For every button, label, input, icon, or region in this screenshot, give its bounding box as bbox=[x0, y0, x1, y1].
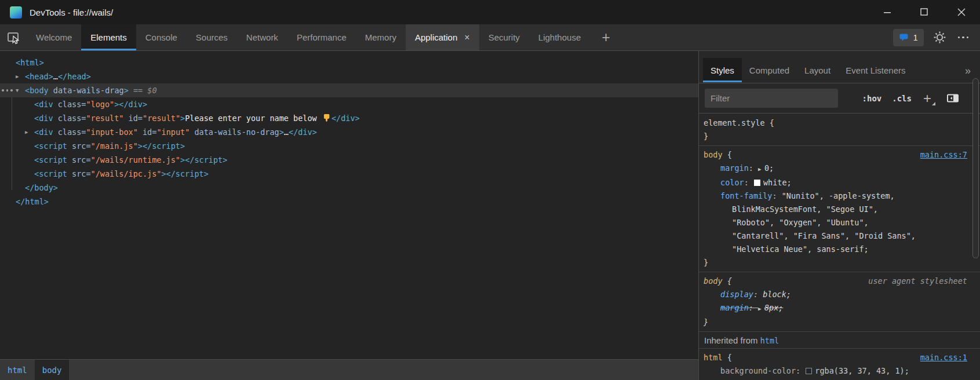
sidebar-tab-layout[interactable]: Layout bbox=[797, 58, 838, 82]
customize-devtools-button[interactable] bbox=[956, 34, 971, 41]
css-property-value[interactable]: "Nunito", -apple-system, bbox=[782, 191, 895, 200]
breadcrumb-item-html[interactable]: html bbox=[0, 360, 35, 380]
minimize-button[interactable] bbox=[869, 0, 906, 24]
css-property-name[interactable]: font-family bbox=[720, 191, 772, 200]
rule-selector-row: body {user agent stylesheet bbox=[699, 275, 980, 288]
tab-security[interactable]: Security bbox=[479, 24, 529, 50]
code-token: class bbox=[53, 114, 82, 123]
tab-elements[interactable]: Elements bbox=[81, 24, 136, 50]
code-token: ></script> bbox=[138, 141, 185, 151]
css-property-value[interactable]: BlinkMacSystemFont, "Segoe UI", bbox=[732, 204, 878, 214]
tab-lighthouse[interactable]: Lighthouse bbox=[529, 24, 590, 50]
css-property-name[interactable]: display bbox=[720, 290, 753, 299]
code-token: ></script> bbox=[161, 169, 208, 178]
dom-tree-row[interactable]: <script src="/main.js"></script> bbox=[0, 139, 698, 153]
css-property-name[interactable]: margin bbox=[720, 303, 749, 312]
close-icon bbox=[957, 8, 966, 16]
css-property-row: display: block; bbox=[699, 288, 980, 301]
code-token: data-wails-no-drag bbox=[190, 127, 279, 137]
sidebar-tab-computed[interactable]: Computed bbox=[742, 58, 797, 82]
maximize-button[interactable] bbox=[906, 0, 943, 24]
rule-selector[interactable]: body bbox=[704, 150, 723, 159]
element-classes-button[interactable]: .cls bbox=[892, 94, 912, 103]
css-property-name[interactable]: color bbox=[720, 178, 744, 187]
code-token: > bbox=[279, 127, 284, 137]
rule-selector[interactable]: body bbox=[704, 276, 723, 286]
code-token: data-wails-drag bbox=[49, 86, 124, 95]
dom-rows: <html>▶<head>…</head>▼<body data-wails-d… bbox=[0, 56, 698, 209]
tab-sources[interactable]: Sources bbox=[187, 24, 237, 50]
dom-tree-row[interactable]: <script src="/wails/runtime.js"></script… bbox=[0, 153, 698, 167]
rule-selector[interactable]: element.style bbox=[704, 118, 765, 127]
inspect-element-button[interactable] bbox=[0, 24, 27, 50]
new-style-rule-button[interactable]: + bbox=[923, 92, 931, 105]
dom-tree-row[interactable]: <div class="logo"></div> bbox=[0, 97, 698, 111]
dom-tree-row[interactable]: </body> bbox=[0, 181, 698, 195]
code-token: Please enter your name below bbox=[185, 114, 322, 123]
toggle-element-state-button[interactable]: :hov bbox=[862, 94, 882, 103]
dots-icon bbox=[958, 36, 960, 39]
rule-selector[interactable]: html bbox=[704, 353, 723, 362]
expand-arrow-icon[interactable]: ▶ bbox=[25, 125, 28, 139]
code-token: ></script> bbox=[180, 155, 227, 165]
css-property-value[interactable]: "Helvetica Neue", sans-serif; bbox=[732, 244, 869, 254]
expand-shorthand-icon[interactable]: ▶ bbox=[758, 306, 764, 312]
row-menu-dots-icon[interactable] bbox=[2, 83, 13, 97]
more-tabs-button[interactable]: + bbox=[590, 24, 622, 50]
open-brace: { bbox=[723, 150, 732, 159]
expand-shorthand-icon[interactable]: ▶ bbox=[758, 166, 764, 172]
css-property-name[interactable]: background-color bbox=[720, 366, 796, 375]
css-property-value[interactable]: white; bbox=[763, 178, 792, 187]
styles-filter-input[interactable] bbox=[705, 89, 838, 108]
dom-tree-row[interactable]: ▼<body data-wails-drag> == $0 bbox=[0, 83, 698, 97]
breadcrumb-item-body[interactable]: body bbox=[35, 360, 70, 380]
css-property-value[interactable]: 8px; bbox=[764, 303, 784, 312]
css-property-value[interactable]: block; bbox=[763, 290, 791, 299]
css-rule-section: body {main.css:7margin: ▶ 0;color: white… bbox=[699, 146, 980, 272]
code-token: id bbox=[138, 127, 152, 137]
tab-performance[interactable]: Performance bbox=[287, 24, 356, 50]
color-swatch[interactable] bbox=[806, 368, 812, 374]
dom-tree-row[interactable]: <div class="result" id="result">Please e… bbox=[0, 111, 698, 125]
tab-close-icon[interactable]: × bbox=[464, 33, 469, 42]
computed-styles-sidebar-toggle-button[interactable] bbox=[946, 93, 959, 103]
rule-selector-row: body {main.css:7 bbox=[699, 148, 980, 162]
tab-network[interactable]: Network bbox=[237, 24, 287, 50]
colon: : bbox=[796, 366, 805, 375]
inherited-element-link[interactable]: html bbox=[760, 336, 779, 345]
stylesheet-link[interactable]: main.css:1 bbox=[920, 351, 967, 364]
css-property-value[interactable]: rgba(33, 37, 43, 1); bbox=[815, 366, 909, 375]
tab-welcome[interactable]: Welcome bbox=[27, 24, 81, 50]
dom-tree-row[interactable]: ▶<div class="input-box" id="input" data-… bbox=[0, 125, 698, 139]
code-token: <div bbox=[34, 127, 53, 137]
issues-bubble-icon bbox=[899, 33, 909, 42]
expand-arrow-icon[interactable]: ▼ bbox=[16, 83, 19, 97]
close-button[interactable] bbox=[943, 0, 980, 24]
issues-counter-button[interactable]: 1 bbox=[893, 29, 924, 46]
color-swatch[interactable] bbox=[754, 180, 760, 186]
stylesheet-link[interactable]: main.css:7 bbox=[920, 148, 967, 162]
css-property-value[interactable]: "Cantarell", "Fira Sans", "Droid Sans", bbox=[732, 231, 916, 240]
tab-memory[interactable]: Memory bbox=[356, 24, 406, 50]
tab-console[interactable]: Console bbox=[136, 24, 187, 50]
code-token: = bbox=[138, 114, 143, 123]
css-property-value[interactable]: "Roboto", "Oxygen", "Ubuntu", bbox=[732, 218, 869, 227]
settings-button[interactable] bbox=[933, 31, 946, 44]
devtools-app-icon bbox=[10, 6, 22, 19]
code-token: "/main.js" bbox=[91, 141, 138, 151]
dom-tree-row[interactable]: ▶<head>…</head> bbox=[0, 70, 698, 83]
code-token: src bbox=[67, 141, 86, 151]
code-token: </body> bbox=[25, 183, 58, 192]
css-property-name[interactable]: margin bbox=[720, 163, 749, 173]
sidebar-tab-event-listeners[interactable]: Event Listeners bbox=[838, 58, 913, 82]
code-token: </head> bbox=[58, 72, 91, 81]
css-property-value[interactable]: 0; bbox=[764, 163, 774, 173]
code-token: <head> bbox=[25, 72, 53, 81]
dom-tree-row[interactable]: <html> bbox=[0, 56, 698, 70]
dom-tree-row[interactable]: <script src="/wails/ipc.js"></script> bbox=[0, 167, 698, 181]
dom-tree-row[interactable]: </html> bbox=[0, 195, 698, 209]
tab-application[interactable]: Application× bbox=[406, 24, 479, 50]
expand-arrow-icon[interactable]: ▶ bbox=[16, 70, 19, 83]
sidebar-tab-styles[interactable]: Styles bbox=[703, 58, 742, 82]
styles-scrollbar-thumb[interactable] bbox=[972, 78, 979, 258]
